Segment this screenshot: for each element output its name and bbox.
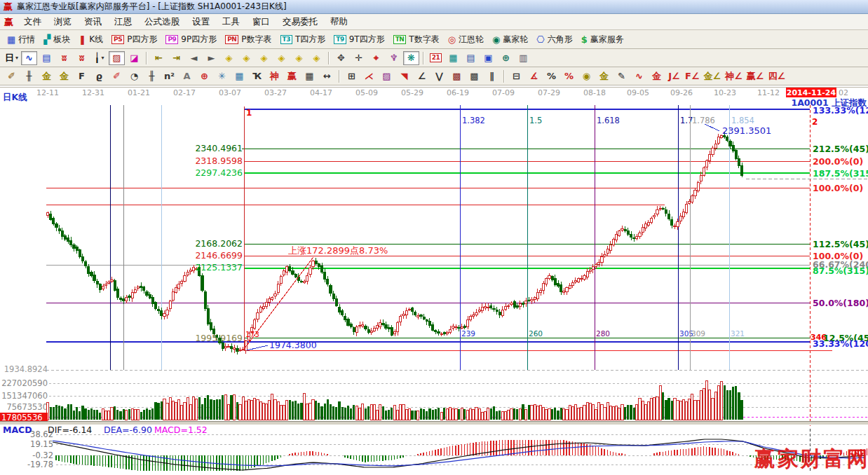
grid-dense-icon[interactable]: ▩	[449, 69, 465, 83]
span-arrows-icon[interactable]: ↔	[319, 69, 335, 83]
gann-fan-box-icon[interactable]: ▨	[379, 69, 395, 83]
gann-pattern-icon[interactable]: ▨	[109, 51, 125, 65]
percent-lines-icon[interactable]: %	[561, 69, 577, 83]
diamond-h-icon[interactable]: ◈	[256, 51, 272, 65]
t-number-table-button[interactable]: TNT数字表	[389, 32, 444, 47]
menu-item-3[interactable]: 江恩	[108, 15, 138, 29]
diamond-left-icon[interactable]: ◈	[221, 51, 237, 65]
hand-tool-icon[interactable]: ✥	[333, 51, 349, 65]
9p-square-button[interactable]: P99P四方形	[161, 32, 221, 47]
quotes-button[interactable]: ▦行情	[3, 32, 39, 47]
menu-item-4[interactable]: 公式选股	[138, 15, 186, 29]
time-clock-icon[interactable]: ◔	[126, 69, 142, 83]
ying-tool-icon[interactable]: 赢	[284, 69, 300, 83]
smart-tool-icon[interactable]: ❋	[403, 51, 419, 65]
calculator-icon[interactable]: ▦	[445, 51, 461, 65]
price-profile-icon[interactable]: ◪	[126, 51, 142, 65]
sectors-button[interactable]: ▞板块	[39, 32, 74, 47]
f10-report-icon[interactable]: ▤	[39, 51, 55, 65]
circle-cross-icon[interactable]: ⊕	[196, 69, 212, 83]
tag-tool-icon[interactable]: ⌖	[368, 51, 384, 65]
f-fence-icon[interactable]: F	[74, 69, 90, 83]
diamond-plus-icon[interactable]: ◈	[291, 51, 307, 65]
shen-tool-icon[interactable]: 神	[266, 69, 283, 83]
spiral-icon[interactable]: ϱ	[91, 69, 107, 83]
fan-corner-icon[interactable]: ◥	[396, 69, 412, 83]
menu-item-1[interactable]: 浏览	[48, 15, 78, 29]
menu-item-5[interactable]: 设置	[186, 15, 216, 29]
j-angle-icon[interactable]: J∠	[666, 69, 682, 83]
scale-ruler-icon[interactable]: ⊟	[508, 69, 524, 83]
angle-lines-icon[interactable]: ∠	[414, 69, 430, 83]
diamond-x-icon[interactable]: ◈	[273, 51, 290, 65]
period-day-icon[interactable]: 日▾	[4, 51, 20, 65]
gann-box-icon[interactable]: ⊞	[344, 69, 360, 83]
percent-icon[interactable]: %	[543, 69, 560, 83]
first-page-icon[interactable]: ⇤	[151, 51, 167, 65]
web-data-icon[interactable]: ⊕	[498, 51, 514, 65]
gold-fence-2-icon[interactable]: 金	[56, 69, 72, 83]
save-icon[interactable]: ▣	[480, 51, 496, 65]
winner-service-button[interactable]: $赢家服务	[577, 32, 628, 47]
price-fence-icon[interactable]: ╫	[21, 69, 37, 83]
next-page-icon[interactable]: ►	[203, 51, 219, 65]
kline-button[interactable]: ❚K线	[74, 32, 107, 47]
f-angle-icon[interactable]: F∠	[684, 69, 701, 83]
zigzag-overlay-icon[interactable]: ∿	[21, 51, 37, 65]
9t-square-button[interactable]: T99T四方形	[330, 32, 388, 47]
ying-angle-icon[interactable]: 赢∠	[745, 69, 766, 83]
period-day-dropdown-icon[interactable]: ▾	[15, 55, 18, 61]
gold-fence-1-icon[interactable]: 金	[39, 69, 55, 83]
red-knife-icon[interactable]: ✐	[109, 69, 125, 83]
gann-tool-purple-icon[interactable]: ♆	[386, 51, 402, 65]
grid-web-icon[interactable]: ▦	[231, 69, 247, 83]
gann-fan-red-icon[interactable]: ⋌	[361, 69, 377, 83]
diamond-grid-icon[interactable]: ◈	[308, 51, 325, 65]
last-page-icon[interactable]: ⇥	[168, 51, 184, 65]
star-web-icon[interactable]: ✳	[214, 69, 230, 83]
t-square-button[interactable]: T3T四方形	[276, 32, 330, 47]
diamond-right-icon[interactable]: ◈	[238, 51, 255, 65]
hexagon-button[interactable]: ⎔六角形	[532, 32, 576, 47]
candle-type-icon[interactable]: ╽▾	[91, 51, 107, 65]
n-square-icon[interactable]: n²	[161, 69, 177, 83]
workstation-icon[interactable]: ▥	[515, 51, 531, 65]
menu-item-8[interactable]: 交易委托	[276, 15, 324, 29]
memo-icon[interactable]: ▤	[463, 51, 479, 65]
candle-type-dropdown-icon[interactable]: ▾	[101, 55, 104, 61]
menu-item-9[interactable]: 帮助	[324, 15, 354, 29]
percent-angle-icon[interactable]: ∡	[526, 69, 542, 83]
k-mark-icon[interactable]: Ҡ	[249, 69, 265, 83]
angle-a-icon[interactable]: A	[179, 69, 195, 83]
grid-box-icon[interactable]: ▩	[466, 69, 482, 83]
wave-ruler-icon[interactable]: ∿	[631, 69, 647, 83]
svg-text:50.0%(180): 50.0%(180)	[813, 298, 868, 308]
si-angle-icon[interactable]: 四∠	[767, 69, 787, 83]
menu-item-6[interactable]: 工具	[216, 15, 246, 29]
v-wave-icon[interactable]: ⋁	[431, 69, 447, 83]
si-angle-glyph: 四∠	[768, 71, 786, 81]
p-square-button[interactable]: PSP四方形	[107, 32, 161, 47]
ink-pen-icon[interactable]: ✎	[613, 69, 630, 83]
wave-9-icon[interactable]: ʬ	[74, 51, 90, 65]
kline-chart-canvas[interactable]: 日K线12-1112-3101-2102-1703-0703-2704-1705…	[0, 86, 868, 475]
prev-page-icon[interactable]: ◄	[186, 51, 202, 65]
tick-fence-icon[interactable]: ╫	[144, 69, 160, 83]
shen-angle-icon[interactable]: 神∠	[724, 69, 744, 83]
gann-wheel-button[interactable]: ◎江恩轮	[444, 32, 488, 47]
gold-angle-icon[interactable]: 金	[649, 69, 665, 83]
crosshair-tool-icon[interactable]: ✛	[351, 51, 367, 65]
gold-lines-icon[interactable]: 金	[596, 69, 612, 83]
menu-item-0[interactable]: 文件	[18, 15, 48, 29]
parallel-lines-icon[interactable]: ∥	[484, 69, 500, 83]
draw-knife-icon[interactable]: ✐	[4, 69, 20, 83]
ruler-123-icon[interactable]: ▦	[301, 69, 318, 83]
calendar-icon[interactable]: 21	[428, 51, 444, 65]
menu-item-7[interactable]: 窗口	[246, 15, 276, 29]
winner-wheel-button[interactable]: ◉赢家轮	[488, 32, 532, 47]
gold-circle-icon[interactable]: ◉	[578, 69, 595, 83]
menu-item-2[interactable]: 资讯	[78, 15, 108, 29]
gold-angle-2-icon[interactable]: 金∠	[703, 69, 723, 83]
wave-3-icon[interactable]: ʬ	[56, 51, 72, 65]
p-number-table-button[interactable]: PNP数字表	[221, 32, 276, 47]
